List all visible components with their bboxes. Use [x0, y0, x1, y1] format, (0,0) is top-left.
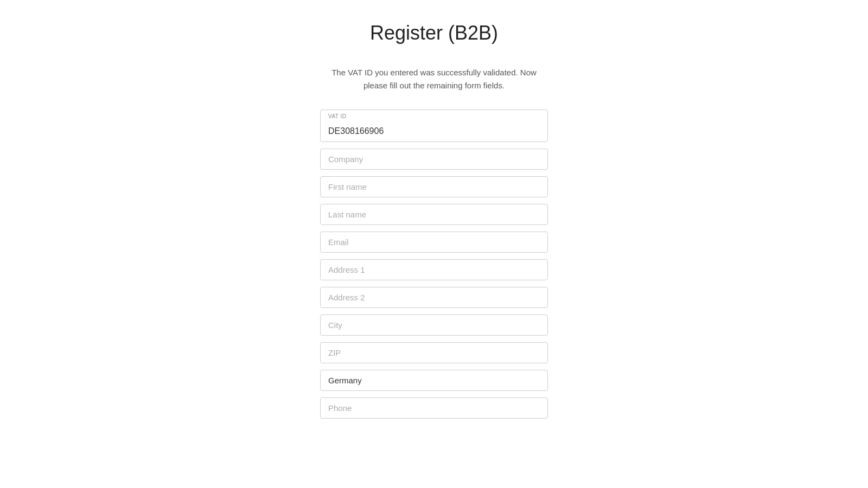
last-name-field-wrapper — [320, 204, 548, 225]
vat-id-value: DE308166906 — [321, 113, 547, 142]
zip-field-wrapper — [320, 342, 548, 363]
city-field-wrapper — [320, 314, 548, 336]
phone-field-wrapper — [320, 397, 548, 419]
address2-field-wrapper — [320, 287, 548, 308]
email-field-wrapper — [320, 232, 548, 253]
first-name-input[interactable] — [321, 177, 547, 197]
email-input[interactable] — [321, 232, 547, 252]
vat-id-field: VAT ID DE308166906 — [320, 110, 548, 142]
company-input[interactable] — [321, 149, 547, 169]
address1-input[interactable] — [321, 260, 547, 280]
country-field-wrapper — [320, 370, 548, 391]
address1-field-wrapper — [320, 259, 548, 280]
last-name-input[interactable] — [321, 204, 547, 224]
page-title: Register (B2B) — [370, 22, 498, 44]
registration-form: VAT ID DE308166906 — [320, 110, 548, 419]
first-name-field-wrapper — [320, 176, 548, 197]
page-container: Register (B2B) The VAT ID you entered wa… — [0, 0, 868, 451]
country-input[interactable] — [321, 370, 547, 390]
company-field-wrapper — [320, 149, 548, 170]
address2-input[interactable] — [321, 287, 547, 307]
city-input[interactable] — [321, 315, 547, 335]
zip-input[interactable] — [321, 343, 547, 363]
phone-input[interactable] — [321, 398, 547, 418]
page-subtitle: The VAT ID you entered was successfully … — [320, 66, 548, 92]
